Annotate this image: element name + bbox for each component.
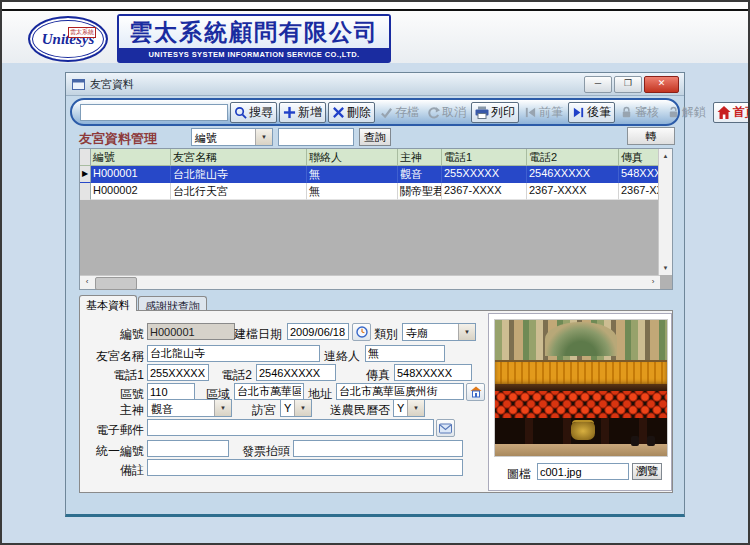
visit-dropdown[interactable]: Y ▼ <box>280 399 312 417</box>
map-house-icon[interactable] <box>466 383 485 401</box>
deity-dropdown[interactable]: 觀音 ▼ <box>147 399 232 417</box>
email-label: 電子郵件 <box>90 422 144 439</box>
cell-contact: 無 <box>307 183 398 200</box>
contact-label: 連絡人 <box>318 348 360 365</box>
next-record-button[interactable]: 後筆 <box>568 102 615 123</box>
almanac-dropdown[interactable]: Y ▼ <box>393 399 425 417</box>
scroll-left-icon[interactable]: ‹ <box>80 276 94 289</box>
email-field[interactable] <box>147 419 434 436</box>
image-file-field[interactable] <box>537 463 629 480</box>
export-excel-button[interactable]: 轉 EXCEL <box>627 127 675 145</box>
temple-grid: 編號 友宮名稱 聯絡人 主神 電話1 電話2 傳真 ▶ H000001 台北龍山… <box>79 148 673 290</box>
browse-button[interactable]: 瀏覽 <box>632 463 662 480</box>
home-icon <box>717 106 731 119</box>
window-titlebar[interactable]: 友宮資料 ─ ❐ ✕ <box>66 73 684 96</box>
id-field <box>147 323 235 340</box>
scroll-down-icon[interactable]: ▼ <box>659 261 672 275</box>
previous-record-button: 前筆 <box>521 103 566 122</box>
temple-ground <box>495 444 667 456</box>
chevron-down-icon[interactable]: ▼ <box>294 400 311 416</box>
phone1-label: 電話1 <box>90 367 144 384</box>
almanac-value: Y <box>394 400 407 416</box>
horizontal-scrollbar[interactable]: ‹ › <box>80 275 660 289</box>
scooter <box>647 436 655 446</box>
window-controls: ─ ❐ ✕ <box>584 76 679 93</box>
undo-icon <box>427 106 440 119</box>
zip-field[interactable] <box>147 383 195 400</box>
date-field[interactable] <box>287 323 349 340</box>
zip-label: 區號 <box>90 386 144 403</box>
maximize-button[interactable]: ❐ <box>614 76 642 93</box>
prev-icon <box>524 106 537 119</box>
invoice-title-field[interactable] <box>293 440 463 457</box>
chevron-down-icon[interactable]: ▼ <box>255 129 272 145</box>
visit-value: Y <box>281 400 294 416</box>
fax-label: 傳真 <box>358 367 390 384</box>
deity-label: 主神 <box>90 402 144 419</box>
cell-id: H000001 <box>91 166 171 183</box>
tab-thanks-letter-query[interactable]: 感謝狀查詢 <box>138 296 207 311</box>
print-button[interactable]: 列印 <box>471 102 519 123</box>
table-row[interactable]: H000002 台北行天宮 無 關帝聖君 2367-XXXX 2367-XXXX… <box>80 183 672 200</box>
cell-phone1: 255XXXXX <box>442 166 527 183</box>
unlock-button: 解鎖 <box>664 103 709 122</box>
grid-col-phone2[interactable]: 電話2 <box>527 149 619 166</box>
image-file-label: 圖檔 <box>507 466 531 483</box>
tab-basic-data[interactable]: 基本資料 <box>79 295 137 311</box>
tax-id-field[interactable] <box>147 440 229 457</box>
filter-field-value: 編號 <box>192 129 255 145</box>
temple-photo <box>494 319 668 457</box>
scroll-up-icon[interactable]: ▲ <box>659 149 672 163</box>
chevron-down-icon[interactable]: ▼ <box>214 400 231 416</box>
table-row[interactable]: ▶ H000001 台北龍山寺 無 觀音 255XXXXX 2546XXXXX … <box>80 166 672 183</box>
filter-field-dropdown[interactable]: 編號 ▼ <box>191 128 273 146</box>
name-field[interactable] <box>147 345 320 362</box>
delete-button[interactable]: 刪除 <box>328 102 375 123</box>
grid-col-contact[interactable]: 聯絡人 <box>307 149 398 166</box>
chevron-down-icon[interactable]: ▼ <box>407 400 424 416</box>
minimize-button[interactable]: ─ <box>584 76 612 93</box>
phone1-field[interactable] <box>147 364 209 381</box>
district-field[interactable] <box>234 383 304 400</box>
cell-name: 台北行天宮 <box>171 183 307 200</box>
top-margin <box>2 2 748 9</box>
search-button[interactable]: 搜尋 <box>230 102 277 123</box>
note-label: 備註 <box>90 462 144 479</box>
add-button[interactable]: 新增 <box>279 102 326 123</box>
app-header: Unitesys 雲太系統 雲太系統顧問有限公司 UNITESYS SYSTEM… <box>2 11 748 63</box>
grid-col-phone1[interactable]: 電話1 <box>442 149 527 166</box>
tax-id-label: 統一編號 <box>90 443 144 460</box>
x-icon <box>332 106 345 119</box>
scrollbar-thumb[interactable] <box>95 277 137 290</box>
cell-name: 台北龍山寺 <box>171 166 307 183</box>
cell-id: H000002 <box>91 183 171 200</box>
cancel-button: 取消 <box>424 103 469 122</box>
deity-value: 觀音 <box>148 400 214 416</box>
chevron-down-icon[interactable]: ▼ <box>458 324 475 340</box>
category-dropdown[interactable]: 寺廟 ▼ <box>402 323 476 341</box>
grid-col-name[interactable]: 友宮名稱 <box>171 149 307 166</box>
phone2-field[interactable] <box>256 364 336 381</box>
grid-col-id[interactable]: 編號 <box>91 149 171 166</box>
vertical-scrollbar[interactable]: ▲ ▼ <box>658 149 672 275</box>
query-input[interactable] <box>278 128 354 146</box>
close-button[interactable]: ✕ <box>644 76 679 93</box>
toolbar-search-input[interactable] <box>80 104 228 121</box>
grid-col-deity[interactable]: 主神 <box>398 149 442 166</box>
query-button[interactable]: 查詢 <box>359 128 391 146</box>
cell-phone2: 2546XXXXX <box>527 166 619 183</box>
almanac-label: 送農民曆否 <box>328 402 390 419</box>
company-name: 雲太系統顧問有限公司 <box>119 16 389 48</box>
email-envelope-icon[interactable] <box>436 419 455 437</box>
company-title-box: 雲太系統顧問有限公司 UNITESYS SYSTEM INFORMATION S… <box>117 14 391 63</box>
scroll-right-icon[interactable]: › <box>646 276 660 289</box>
row-marker: ▶ <box>80 166 91 183</box>
fax-field[interactable] <box>394 364 472 381</box>
contact-field[interactable] <box>365 345 445 362</box>
note-field[interactable] <box>147 459 463 476</box>
window-title: 友宮資料 <box>90 77 134 92</box>
temple-gable <box>545 322 617 356</box>
logo-cjk-text: 雲太系統 <box>68 27 96 38</box>
address-field[interactable] <box>336 383 464 400</box>
home-button[interactable]: 首頁 <box>713 102 750 123</box>
